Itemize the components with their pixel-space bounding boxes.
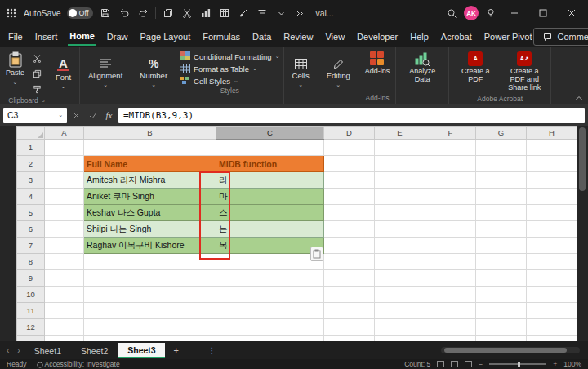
maximize-button[interactable] <box>532 3 555 23</box>
cell[interactable] <box>476 319 527 336</box>
format-painter-icon[interactable] <box>30 82 43 96</box>
cell[interactable] <box>216 140 324 156</box>
ribbon-group-alignment[interactable]: Alignment ⌄ <box>80 47 131 104</box>
cell[interactable] <box>84 303 216 319</box>
column-header-f[interactable]: F <box>425 127 476 140</box>
cell[interactable] <box>324 303 375 319</box>
accessibility-status[interactable]: Accessibility: Investigate <box>37 360 120 368</box>
cell[interactable] <box>527 221 577 238</box>
row-header-13[interactable]: 13 <box>17 336 45 342</box>
column-header-a[interactable]: A <box>45 127 84 140</box>
cell-c7[interactable]: 목 <box>216 238 324 254</box>
cell[interactable] <box>375 189 425 205</box>
alignment-button[interactable]: Alignment ⌄ <box>83 50 127 94</box>
page-break-view-icon[interactable] <box>465 361 472 367</box>
cell[interactable] <box>216 270 324 287</box>
cell[interactable] <box>375 319 425 336</box>
row-header-3[interactable]: 3 <box>17 172 45 189</box>
row-header-7[interactable]: 7 <box>17 238 45 254</box>
cell[interactable] <box>324 238 375 254</box>
paste-options-button[interactable] <box>310 247 323 261</box>
horizontal-scrollbar-thumb[interactable] <box>444 348 567 353</box>
cell[interactable] <box>45 270 84 287</box>
comments-button[interactable]: Comments <box>533 28 588 46</box>
menu-developer[interactable]: Developer <box>355 29 399 45</box>
cell[interactable] <box>324 205 375 221</box>
cell-b7[interactable]: Raghav 이목구비 Kishore <box>84 238 216 254</box>
column-header-e[interactable]: E <box>375 127 425 140</box>
normal-view-icon[interactable] <box>437 361 444 367</box>
undo-icon[interactable] <box>118 7 131 20</box>
cell[interactable] <box>476 254 527 270</box>
menu-formulas[interactable]: Formulas <box>201 29 242 45</box>
cell[interactable] <box>45 254 84 270</box>
cell[interactable] <box>527 238 577 254</box>
page-layout-view-icon[interactable] <box>451 361 458 367</box>
cell[interactable] <box>84 254 216 270</box>
formula-input[interactable]: =MIDB(B3,9,3) <box>118 108 585 123</box>
cell[interactable] <box>45 336 84 342</box>
cell[interactable] <box>324 140 375 156</box>
menu-power-pivot[interactable]: Power Pivot <box>483 29 534 45</box>
cell[interactable] <box>375 287 425 303</box>
menu-file[interactable]: File <box>7 29 24 45</box>
cell[interactable] <box>45 319 84 336</box>
row-header-12[interactable]: 12 <box>17 319 45 336</box>
minimize-button[interactable] <box>503 3 526 23</box>
cell-c3[interactable]: 라 <box>216 172 324 189</box>
column-header-b[interactable]: B <box>84 127 216 140</box>
cell[interactable] <box>476 238 527 254</box>
cell[interactable] <box>375 156 425 172</box>
cut-icon[interactable] <box>180 7 194 20</box>
number-button[interactable]: % Number ⌄ <box>135 50 172 94</box>
cell-c6[interactable]: 는 <box>216 221 324 238</box>
zoom-in-button[interactable]: + <box>553 360 557 368</box>
analyze-data-button[interactable]: Analyze Data <box>399 50 445 86</box>
cell[interactable] <box>45 172 84 189</box>
cell[interactable] <box>216 303 324 319</box>
cell[interactable] <box>324 156 375 172</box>
cell-c4[interactable]: 마 <box>216 189 324 205</box>
ribbon-group-font[interactable]: A Font ⌄ <box>47 47 80 104</box>
cell[interactable] <box>425 221 476 238</box>
cell[interactable] <box>425 319 476 336</box>
cell[interactable] <box>425 254 476 270</box>
row-header-11[interactable]: 11 <box>17 303 45 319</box>
cell-b3[interactable]: Amitesh 라지 Mishra <box>84 172 216 189</box>
menu-home[interactable]: Home <box>68 28 96 46</box>
avatar[interactable]: AK <box>464 6 479 20</box>
cell[interactable] <box>425 270 476 287</box>
tab-sheet2[interactable]: Sheet2 <box>72 344 117 358</box>
cell[interactable] <box>527 156 577 172</box>
cell[interactable] <box>425 189 476 205</box>
cell[interactable] <box>324 319 375 336</box>
row-header-8[interactable]: 8 <box>17 254 45 270</box>
collapse-ribbon-button[interactable] <box>575 96 583 101</box>
cell[interactable] <box>216 287 324 303</box>
cell[interactable] <box>84 287 216 303</box>
clipboard-dialog-launcher-icon[interactable]: ⌟ <box>42 96 45 103</box>
autosave-toggle[interactable]: Off <box>67 7 94 19</box>
cell[interactable] <box>425 336 476 342</box>
cell[interactable] <box>375 172 425 189</box>
cell[interactable] <box>45 189 84 205</box>
insert-function-button[interactable]: fx <box>102 109 116 122</box>
zoom-slider[interactable] <box>489 363 546 365</box>
cell[interactable] <box>84 140 216 156</box>
paint-brush-icon[interactable] <box>237 7 250 20</box>
new-sheet-button[interactable]: + <box>170 344 183 357</box>
cell[interactable] <box>45 205 84 221</box>
menu-insert[interactable]: Insert <box>33 29 60 45</box>
cell[interactable] <box>476 189 527 205</box>
cell[interactable] <box>375 270 425 287</box>
ribbon-group-editing[interactable]: Editing ⌄ <box>318 47 359 104</box>
row-header-6[interactable]: 6 <box>17 221 45 238</box>
row-header-9[interactable]: 9 <box>17 270 45 287</box>
format-as-table-button[interactable]: Format as Table ⌄ <box>180 64 279 73</box>
cell[interactable] <box>45 287 84 303</box>
chevron-down-icon[interactable] <box>274 7 287 20</box>
cell[interactable] <box>324 336 375 342</box>
editing-button[interactable]: Editing ⌄ <box>322 50 355 94</box>
cell-styles-button[interactable]: Cell Styles ⌄ <box>180 76 279 86</box>
create-pdf-button[interactable]: A Create a PDF <box>452 50 498 86</box>
